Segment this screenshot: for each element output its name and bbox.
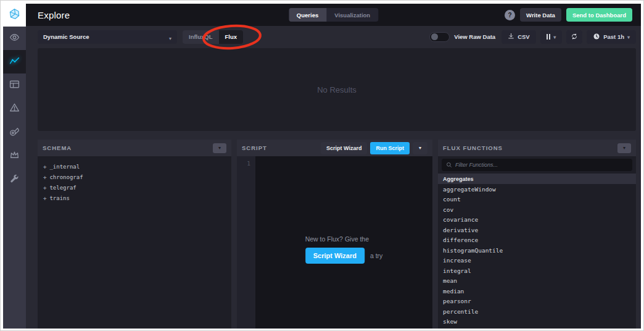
schema-panel-header: SCHEMA <box>38 140 231 156</box>
sidebar-item-data-explorer[interactable] <box>3 50 26 73</box>
view-raw-data-toggle[interactable] <box>429 32 450 42</box>
main-area: Explore Queries Visualization ? Write Da… <box>26 4 641 329</box>
toolbar-right-controls: View Raw Data CSV <box>429 30 636 44</box>
sidebar-item-admin[interactable] <box>3 144 26 167</box>
flux-collapse-button[interactable] <box>617 143 631 153</box>
schema-item-label: chronograf <box>49 174 83 180</box>
tab-queries[interactable]: Queries <box>289 8 326 22</box>
flux-search-row <box>438 156 636 174</box>
flux-fn-item[interactable]: difference <box>438 235 636 246</box>
graph-pulse-icon <box>9 56 20 69</box>
builder-panels: SCHEMA + _internal + chronograf <box>38 140 636 329</box>
flux-fn-item[interactable]: skew <box>438 317 636 327</box>
flux-cta: New to Flux? Give the Script Wizard a tr… <box>305 235 383 264</box>
sidebar-item-dashboards[interactable] <box>3 73 26 97</box>
flux-fn-item[interactable]: integral <box>438 266 636 276</box>
schema-item-chronograf[interactable]: + chronograf <box>38 172 231 182</box>
flux-fn-item[interactable]: histogramQuantile <box>438 245 636 256</box>
flux-fn-item[interactable]: spread <box>438 327 636 329</box>
flux-function-list: aggregateWindow count cov covariance der… <box>438 184 636 329</box>
line-number: 1 <box>237 160 255 167</box>
flux-fn-item[interactable]: covariance <box>438 215 636 225</box>
editor-surface[interactable]: New to Flux? Give the Script Wizard a tr… <box>255 156 432 329</box>
flux-fn-item[interactable]: cov <box>438 204 636 215</box>
source-dropdown[interactable]: Dynamic Source <box>38 30 177 44</box>
run-script-button[interactable]: Run Script <box>370 142 410 154</box>
script-panel-header: SCRIPT Script Wizard Run Script <box>237 140 432 156</box>
flux-cta-text: New to Flux? Give the <box>305 235 383 243</box>
screenshot-frame: Explore Queries Visualization ? Write Da… <box>0 0 644 331</box>
download-csv-button[interactable]: CSV <box>502 30 536 44</box>
eye-icon <box>9 32 20 45</box>
schema-panel: SCHEMA + _internal + chronograf <box>38 140 231 329</box>
time-range-dropdown[interactable]: Past 1h <box>587 30 636 44</box>
script-wizard-button[interactable]: Script Wizard <box>321 142 367 154</box>
expand-plus-icon: + <box>43 164 46 170</box>
schema-item-internal[interactable]: + _internal <box>38 161 231 172</box>
results-graph-area: No Results <box>38 48 636 131</box>
write-data-button[interactable]: Write Data <box>520 8 561 22</box>
source-type-toggle: InfluxQL Flux <box>183 30 243 44</box>
schema-item-label: telegraf <box>49 185 76 191</box>
chevron-down-icon <box>553 33 556 40</box>
download-icon <box>508 33 514 41</box>
search-icon <box>446 159 452 170</box>
influxql-option[interactable]: InfluxQL <box>183 30 219 44</box>
schema-item-trains[interactable]: + trains <box>38 193 231 203</box>
chevron-down-icon <box>627 33 630 40</box>
flux-fn-item[interactable]: percentile <box>438 306 636 317</box>
header-actions: ? Write Data Send to Dashboard <box>505 8 632 22</box>
toggle-knob <box>431 33 438 40</box>
schema-collapse-button[interactable] <box>213 143 226 153</box>
flux-fn-item[interactable]: pearsonr <box>438 296 636 307</box>
flux-fn-item[interactable]: mean <box>438 276 636 287</box>
script-panel-title: SCRIPT <box>242 145 267 151</box>
pause-refresh-dropdown[interactable] <box>540 30 563 44</box>
sidebar-item-logo[interactable] <box>3 4 26 27</box>
schema-item-telegraf[interactable]: + telegraf <box>38 182 231 193</box>
pause-icon <box>547 34 551 40</box>
refresh-button[interactable] <box>566 30 582 44</box>
log-icon <box>9 126 20 139</box>
flux-fn-item[interactable]: derivative <box>438 225 636 235</box>
schema-tree: + _internal + chronograf + telegraf + <box>38 156 231 329</box>
refresh-icon <box>571 33 578 41</box>
flux-panel-header: FLUX FUNCTIONS <box>438 140 636 156</box>
csv-label: CSV <box>518 33 530 40</box>
run-script-options-button[interactable] <box>413 142 427 154</box>
flux-fn-item[interactable]: aggregateWindow <box>438 184 636 195</box>
sidebar-item-log-viewer[interactable] <box>3 120 26 144</box>
filter-functions-input[interactable] <box>455 162 628 168</box>
query-toolbar: Dynamic Source InfluxQL Flux View Raw Da… <box>26 26 641 48</box>
time-range-value: Past 1h <box>603 33 624 40</box>
script-wizard-cta-button[interactable]: Script Wizard <box>305 248 365 264</box>
flux-option[interactable]: Flux <box>219 30 244 44</box>
expand-plus-icon: + <box>43 195 46 201</box>
sidebar-item-host-list[interactable] <box>3 27 26 50</box>
flux-fn-item[interactable]: increase <box>438 256 636 266</box>
send-to-dashboard-button[interactable]: Send to Dashboard <box>566 8 632 22</box>
help-icon[interactable]: ? <box>505 10 515 20</box>
sidebar-item-alerting[interactable] <box>3 97 26 120</box>
no-results-text: No Results <box>317 85 357 94</box>
view-raw-data-label: View Raw Data <box>454 33 495 40</box>
explore-mode-tabs: Queries Visualization <box>289 8 378 22</box>
schema-panel-title: SCHEMA <box>43 145 72 151</box>
schema-item-label: trains <box>49 195 70 201</box>
tab-visualization[interactable]: Visualization <box>326 8 378 22</box>
sidebar-item-configuration[interactable] <box>3 167 26 191</box>
dashboard-grid-icon <box>9 79 20 92</box>
script-editor[interactable]: 1 New to Flux? Give the Script Wizard a … <box>237 156 432 329</box>
flux-fn-item[interactable]: count <box>438 195 636 205</box>
clock-icon <box>593 33 600 41</box>
flux-fn-item[interactable]: median <box>438 286 636 296</box>
flux-category-header: Aggregates <box>438 174 636 184</box>
expand-plus-icon: + <box>43 174 46 180</box>
chronograf-app: Explore Queries Visualization ? Write Da… <box>3 4 641 329</box>
flux-cta-tail: a try <box>370 252 382 259</box>
sidebar-nav <box>3 4 26 329</box>
chronograf-logo-icon <box>9 8 20 22</box>
source-dropdown-value: Dynamic Source <box>43 33 89 40</box>
filter-functions-box <box>442 159 632 171</box>
editor-gutter: 1 <box>237 156 255 329</box>
